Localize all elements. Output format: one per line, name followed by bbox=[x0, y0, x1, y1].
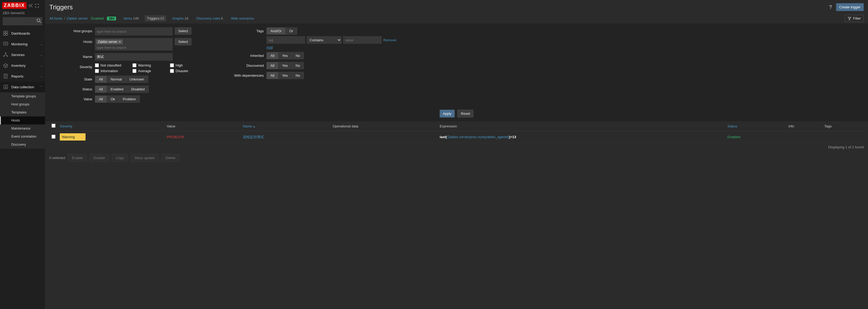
sidebar-sub-host-groups[interactable]: Host groups bbox=[0, 100, 45, 108]
sidebar-sub-maintenance[interactable]: Maintenance bbox=[0, 124, 45, 133]
cb-warning[interactable]: Warning bbox=[132, 63, 167, 67]
tab-graphs[interactable]: Graphs16 bbox=[170, 15, 190, 22]
mass-update-button[interactable]: Mass update bbox=[130, 154, 158, 162]
search-icon[interactable] bbox=[36, 18, 41, 23]
sidebar-sub-template-groups[interactable]: Template groups bbox=[0, 92, 45, 100]
tag-operator-select[interactable]: Contains bbox=[307, 36, 342, 44]
col-status[interactable]: Status bbox=[725, 121, 786, 131]
sidebar-item-data-collection[interactable]: Data collection ⌃ bbox=[0, 82, 45, 92]
label-discovered: Discovered bbox=[221, 62, 264, 67]
tab-items[interactable]: Items148 bbox=[121, 15, 141, 22]
reset-button[interactable]: Reset bbox=[457, 110, 473, 117]
tag-name-input[interactable] bbox=[267, 36, 305, 44]
tag-remove-link[interactable]: Remove bbox=[383, 38, 396, 42]
hostgroups-multiselect[interactable] bbox=[95, 27, 173, 35]
filter-toggle[interactable]: Filter bbox=[845, 15, 864, 22]
hosts-select-button[interactable]: Select bbox=[175, 38, 191, 45]
status-disabled[interactable]: Disabled bbox=[127, 86, 149, 93]
hosts-input[interactable] bbox=[96, 46, 172, 50]
withdeps-no[interactable]: No bbox=[292, 72, 304, 79]
copy-button[interactable]: Copy bbox=[112, 154, 128, 162]
withdeps-yes[interactable]: Yes bbox=[278, 72, 292, 79]
tab-count: 16 bbox=[184, 17, 188, 20]
state-normal[interactable]: Normal bbox=[106, 76, 126, 83]
breadcrumb-zbx-badge[interactable]: ZBX bbox=[107, 17, 116, 20]
triggers-table: Severity Value Name▲ Operational data Ex… bbox=[49, 121, 864, 143]
sidebar-submenu: Template groups Host groups Templates Ho… bbox=[0, 92, 45, 149]
sidebar-search bbox=[0, 17, 45, 28]
status-all[interactable]: All bbox=[95, 86, 107, 93]
svg-rect-6 bbox=[3, 42, 8, 45]
breadcrumb-all-hosts[interactable]: All hosts bbox=[49, 17, 62, 20]
sidebar-sub-hosts[interactable]: Hosts bbox=[0, 116, 45, 124]
discovered-yes[interactable]: Yes bbox=[278, 62, 292, 69]
expand-icon[interactable] bbox=[35, 4, 39, 7]
delete-button[interactable]: Delete bbox=[161, 154, 180, 162]
host-chip-remove-icon[interactable]: ✕ bbox=[119, 40, 121, 44]
collapse-sidebar-icon[interactable] bbox=[29, 4, 33, 7]
state-unknown[interactable]: Unknown bbox=[125, 76, 148, 83]
expr-prefix: last( bbox=[440, 135, 447, 139]
inherited-no[interactable]: No bbox=[292, 52, 304, 59]
discovered-all[interactable]: All bbox=[267, 62, 278, 69]
sidebar-item-inventory[interactable]: Inventory ⌄ bbox=[0, 60, 45, 71]
value-all[interactable]: All bbox=[95, 95, 107, 103]
disable-button[interactable]: Disable bbox=[90, 154, 109, 162]
cb-high[interactable]: High bbox=[170, 63, 205, 67]
checkbox[interactable] bbox=[170, 69, 174, 73]
filter-row-hostgroups: Host groups Select bbox=[49, 27, 205, 35]
expr-link[interactable]: /Zabbix server/proc.num[zabbix_agentd] bbox=[447, 135, 509, 139]
enable-button[interactable]: Enable bbox=[68, 154, 87, 162]
breadcrumb-host[interactable]: Zabbix server bbox=[67, 17, 88, 20]
hosts-multiselect[interactable]: Zabbix server ✕ bbox=[95, 38, 173, 50]
cb-average[interactable]: Average bbox=[132, 69, 167, 73]
col-severity[interactable]: Severity bbox=[58, 121, 164, 131]
table-header-row: Severity Value Name▲ Operational data Ex… bbox=[49, 121, 864, 131]
inherited-all[interactable]: All bbox=[267, 52, 278, 59]
sidebar-item-services[interactable]: Services ⌄ bbox=[0, 49, 45, 60]
sidebar-item-reports[interactable]: Reports ⌄ bbox=[0, 71, 45, 82]
discovered-segment: All Yes No bbox=[267, 62, 304, 69]
withdeps-all[interactable]: All bbox=[267, 72, 278, 79]
col-name[interactable]: Name▲ bbox=[241, 121, 331, 131]
trigger-name-link[interactable]: 进程监控测试 bbox=[243, 135, 264, 139]
sidebar-sub-event-correlation[interactable]: Event correlation bbox=[0, 133, 45, 141]
cb-label: Average bbox=[138, 69, 151, 73]
tab-triggers[interactable]: Triggers83 bbox=[145, 15, 166, 22]
state-all[interactable]: All bbox=[95, 76, 107, 83]
help-icon[interactable]: ? bbox=[829, 4, 832, 10]
value-problem[interactable]: Problem bbox=[119, 95, 140, 103]
tab-web-scenarios[interactable]: Web scenarios bbox=[229, 15, 256, 22]
cb-information[interactable]: Information bbox=[95, 69, 130, 73]
tags-or[interactable]: Or bbox=[285, 27, 297, 35]
checkbox[interactable] bbox=[132, 63, 136, 67]
brand-logo[interactable]: ZABBIX bbox=[2, 2, 27, 9]
cb-disaster[interactable]: Disaster bbox=[170, 69, 205, 73]
discovered-no[interactable]: No bbox=[292, 62, 304, 69]
status-link[interactable]: Enabled bbox=[727, 135, 740, 139]
cb-not-classified[interactable]: Not classified bbox=[95, 63, 130, 67]
select-all-checkbox[interactable] bbox=[52, 124, 56, 128]
sidebar-item-monitoring[interactable]: Monitoring ⌄ bbox=[0, 38, 45, 49]
tag-value-input[interactable] bbox=[343, 36, 382, 44]
sidebar-sub-discovery[interactable]: Discovery bbox=[0, 141, 45, 149]
host-chip[interactable]: Zabbix server ✕ bbox=[96, 39, 123, 44]
create-trigger-button[interactable]: Create trigger bbox=[836, 3, 864, 11]
hostgroups-input[interactable] bbox=[96, 28, 172, 35]
sidebar-item-dashboards[interactable]: Dashboards bbox=[0, 28, 45, 38]
name-input[interactable] bbox=[95, 53, 173, 61]
tab-discovery-rules[interactable]: Discovery rules6 bbox=[194, 15, 225, 22]
row-checkbox[interactable] bbox=[52, 135, 56, 139]
hostgroups-select-button[interactable]: Select bbox=[175, 27, 191, 35]
checkbox[interactable] bbox=[170, 63, 174, 67]
tags-andor[interactable]: And/Or bbox=[267, 27, 285, 35]
status-enabled[interactable]: Enabled bbox=[106, 86, 127, 93]
checkbox[interactable] bbox=[95, 63, 99, 67]
checkbox[interactable] bbox=[95, 69, 99, 73]
tag-add-link[interactable]: Add bbox=[267, 45, 273, 49]
inherited-yes[interactable]: Yes bbox=[278, 52, 292, 59]
apply-button[interactable]: Apply bbox=[440, 110, 455, 117]
value-ok[interactable]: Ok bbox=[106, 95, 119, 103]
checkbox[interactable] bbox=[132, 69, 136, 73]
sidebar-sub-templates[interactable]: Templates bbox=[0, 108, 45, 116]
